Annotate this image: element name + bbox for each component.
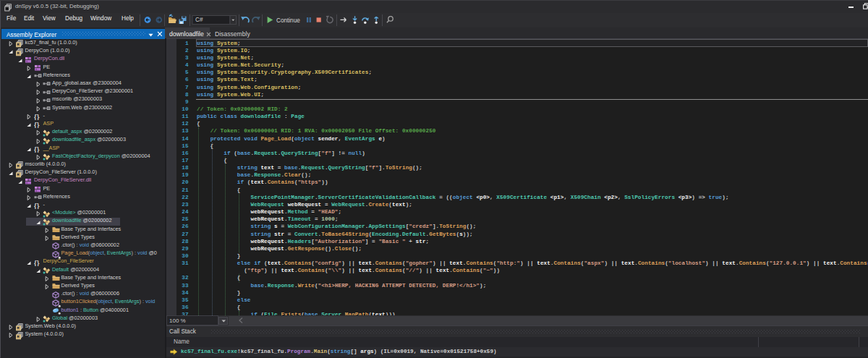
svg-text:{}: {} (34, 121, 40, 128)
svg-text:{}: {} (34, 259, 40, 266)
svg-text:{}: {} (34, 113, 40, 120)
svg-text:C#: C# (195, 17, 203, 23)
svg-text:{}: {} (34, 145, 40, 153)
svg-text:{}: {} (34, 202, 40, 209)
svg-text:Continue: Continue (276, 17, 300, 24)
